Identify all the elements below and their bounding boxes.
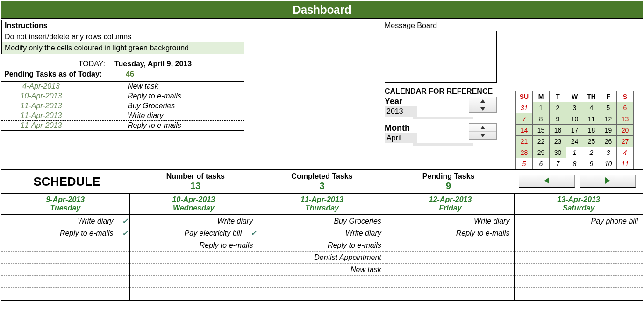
year-spinner[interactable] [469,97,497,113]
schedule-task-slot[interactable] [1,288,129,300]
calendar-day-cell[interactable]: 5 [516,158,533,169]
year-value[interactable]: 2013 [385,106,417,117]
schedule-task-slot[interactable] [130,276,258,288]
schedule-task-slot[interactable] [515,239,643,252]
calendar-day-cell[interactable]: 20 [617,125,634,136]
schedule-task-slot[interactable]: Write diary [386,215,515,227]
calendar-day-cell[interactable]: 22 [533,136,550,147]
schedule-task-slot[interactable] [386,288,515,300]
calendar-day-cell[interactable]: 4 [583,102,600,113]
calendar-day-cell[interactable]: 7 [516,113,533,125]
schedule-day-date: 9-Apr-2013 [46,196,85,203]
calendar-day-cell[interactable]: 2 [583,147,600,158]
calendar-day-cell[interactable]: 6 [533,158,550,169]
calendar-day-cell[interactable]: 1 [566,147,583,158]
calendar-day-cell[interactable]: 16 [550,125,566,136]
calendar-day-cell[interactable]: 3 [566,102,583,113]
month-down-button[interactable] [469,132,496,139]
month-value[interactable]: April [385,133,417,143]
schedule-task-text: Write diary [217,217,253,225]
schedule-task-slot[interactable]: Pay electricity bill✓ [130,227,258,239]
completed-tasks-label: Completed Tasks [259,172,386,181]
schedule-task-slot[interactable] [386,276,515,288]
schedule-task-slot[interactable] [515,288,643,300]
schedule-task-text: Reply to e-mails [328,241,381,250]
schedule-prev-button[interactable] [519,175,575,188]
task-date: 11-Apr-2013 [1,112,81,120]
calendar-day-cell[interactable]: 11 [617,158,634,169]
schedule-task-slot[interactable]: Reply to e-mails [386,227,515,239]
schedule-task-slot[interactable]: Pay phone bill [515,215,643,227]
calendar-day-cell[interactable]: 1 [533,102,550,113]
calendar-day-cell[interactable]: 30 [550,147,566,158]
schedule-task-slot[interactable] [130,288,258,300]
calendar-day-cell[interactable]: 8 [566,158,583,169]
schedule-task-slot[interactable] [1,239,129,252]
calendar-day-cell[interactable]: 11 [583,113,600,125]
calendar-day-cell[interactable]: 23 [550,136,566,147]
calendar-day-cell[interactable]: 17 [566,125,583,136]
calendar-day-cell[interactable]: 19 [600,125,617,136]
calendar-day-cell[interactable]: 18 [583,125,600,136]
schedule-task-slot[interactable] [258,288,386,300]
schedule-task-slot[interactable] [258,276,386,288]
calendar-day-cell[interactable]: 10 [566,113,583,125]
year-label: Year [385,97,413,106]
schedule-task-slot[interactable]: Reply to e-mails [258,239,386,252]
schedule-task-slot[interactable]: New task [258,264,386,276]
schedule-task-slot[interactable]: Dentist Appointment [258,252,386,264]
pending-task-list: 4-Apr-2013New task10-Apr-2013Reply to e-… [1,81,244,131]
schedule-task-slot[interactable]: Buy Groceries [258,215,386,227]
calendar-day-cell[interactable]: 21 [516,136,533,147]
calendar-day-cell[interactable]: 4 [617,147,634,158]
schedule-task-slot[interactable] [386,239,515,252]
calendar-day-cell[interactable]: 3 [600,147,617,158]
schedule-task-slot[interactable] [1,252,129,264]
month-up-button[interactable] [469,124,496,132]
calendar-day-cell[interactable]: 6 [617,102,634,113]
calendar-day-cell[interactable]: 14 [516,125,533,136]
calendar-day-cell[interactable]: 8 [533,113,550,125]
year-up-button[interactable] [469,97,496,105]
schedule-task-slot[interactable] [1,264,129,276]
calendar-day-cell[interactable]: 31 [516,102,533,113]
message-board[interactable] [385,31,497,83]
calendar-day-cell[interactable]: 15 [533,125,550,136]
schedule-task-slot[interactable] [515,276,643,288]
calendar-day-cell[interactable]: 9 [550,113,566,125]
calendar-day-cell[interactable]: 27 [617,136,634,147]
chevron-up-icon [480,126,485,129]
completed-tasks-value: 3 [259,181,386,191]
instructions-title: Instructions [2,20,244,31]
calendar-day-cell[interactable]: 9 [583,158,600,169]
schedule-task-slot[interactable]: Write diary [130,215,258,227]
calendar-day-cell[interactable]: 5 [600,102,617,113]
schedule-day-header: 9-Apr-2013Tuesday [1,194,129,215]
schedule-task-slot[interactable] [515,227,643,239]
schedule-task-slot[interactable] [515,252,643,264]
calendar-day-cell[interactable]: 24 [566,136,583,147]
calendar-day-cell[interactable]: 13 [617,113,634,125]
calendar-day-cell[interactable]: 26 [600,136,617,147]
calendar-day-cell[interactable]: 7 [550,158,566,169]
calendar-day-cell[interactable]: 28 [516,147,533,158]
calendar-day-cell[interactable]: 10 [600,158,617,169]
calendar-day-cell[interactable]: 12 [600,113,617,125]
schedule-task-slot[interactable] [386,252,515,264]
schedule-task-slot[interactable] [1,276,129,288]
schedule-day-dow: Friday [386,204,515,212]
schedule-task-slot[interactable] [130,252,258,264]
schedule-task-slot[interactable]: Write diary✓ [1,215,129,227]
schedule-task-slot[interactable] [130,264,258,276]
schedule-task-slot[interactable]: Write diary [258,227,386,239]
schedule-next-button[interactable] [580,175,636,188]
schedule-task-slot[interactable] [386,264,515,276]
year-down-button[interactable] [469,105,496,112]
calendar-day-cell[interactable]: 2 [550,102,566,113]
schedule-task-slot[interactable]: Reply to e-mails✓ [1,227,129,239]
schedule-task-slot[interactable]: Reply to e-mails [130,239,258,252]
calendar-day-cell[interactable]: 29 [533,147,550,158]
calendar-day-cell[interactable]: 25 [583,136,600,147]
schedule-task-slot[interactable] [515,264,643,276]
month-spinner[interactable] [469,123,497,140]
